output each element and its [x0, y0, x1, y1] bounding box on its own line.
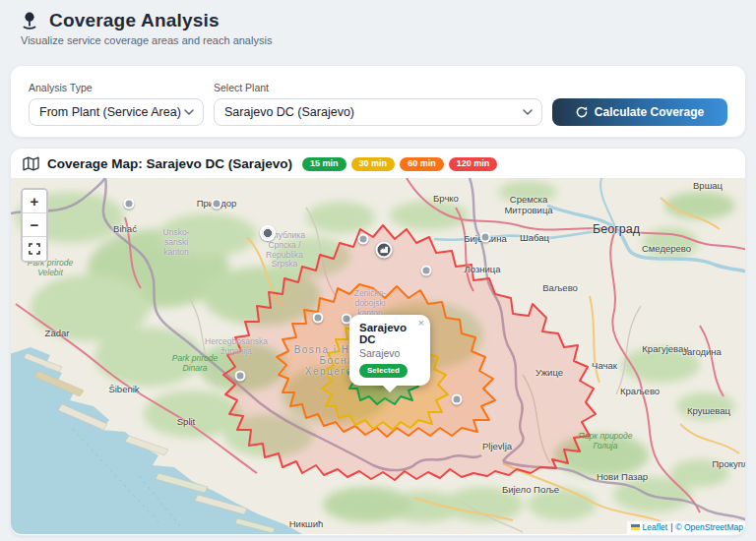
- legend: 15 min30 min60 min120 min: [302, 157, 497, 171]
- map-card: Coverage Map: Sarajevo DC (Sarajevo) 15 …: [10, 148, 746, 536]
- chevron-down-icon: [523, 109, 533, 115]
- select-plant-select[interactable]: Sarajevo DC (Sarajevo): [214, 98, 542, 126]
- analysis-type-select[interactable]: From Plant (Service Area): [29, 98, 204, 126]
- calculate-coverage-label: Calculate Coverage: [595, 105, 704, 119]
- fullscreen-button[interactable]: [23, 237, 46, 261]
- refresh-icon: [576, 106, 588, 118]
- select-plant-label: Select Plant: [214, 82, 542, 93]
- fullscreen-icon: [29, 243, 40, 255]
- map-title: Coverage Map: Sarajevo DC (Sarajevo): [47, 156, 292, 171]
- analysis-type-label: Analysis Type: [29, 82, 204, 93]
- select-plant-value: Sarajevo DC (Sarajevo): [224, 105, 354, 119]
- factory-icon: [380, 247, 388, 254]
- plant-popup: × Sarajevo DC Sarajevo Selected: [349, 315, 430, 386]
- page-subtitle: Visualize service coverage areas and rea…: [21, 34, 746, 46]
- osm-link[interactable]: © OpenStreetMap: [675, 522, 743, 532]
- time-badge: 120 min: [449, 157, 498, 171]
- small-marker[interactable]: [452, 394, 463, 405]
- map-icon: [23, 156, 39, 171]
- selected-badge: Selected: [359, 364, 408, 378]
- zoom-out-button[interactable]: −: [23, 213, 46, 237]
- time-badge: 30 min: [351, 157, 396, 171]
- small-marker[interactable]: [358, 234, 369, 245]
- small-marker[interactable]: [480, 232, 491, 243]
- zoom-in-button[interactable]: +: [23, 190, 46, 213]
- map-zoom-control: + −: [21, 188, 48, 263]
- filters-card: Analysis Type From Plant (Service Area) …: [10, 65, 746, 138]
- small-marker[interactable]: [421, 266, 432, 276]
- popup-close-button[interactable]: ×: [418, 318, 424, 329]
- analysis-type-value: From Plant (Service Area): [39, 105, 181, 119]
- ukraine-flag-icon: [631, 524, 640, 530]
- small-marker[interactable]: [212, 199, 222, 210]
- chevron-down-icon: [184, 109, 194, 115]
- hub-marker[interactable]: [260, 225, 276, 241]
- page-header: Coverage Analysis Visualize service cove…: [0, 0, 756, 46]
- small-marker[interactable]: [235, 371, 246, 382]
- map-title-row: Coverage Map: Sarajevo DC (Sarajevo) 15 …: [11, 149, 745, 178]
- small-marker[interactable]: [124, 199, 135, 210]
- page-title: Coverage Analysis: [49, 10, 220, 31]
- pin-icon: [20, 11, 39, 30]
- time-badge: 60 min: [400, 157, 444, 171]
- small-marker[interactable]: [313, 313, 324, 324]
- popup-title: Sarajevo DC: [359, 322, 421, 345]
- time-badge: 15 min: [302, 157, 346, 171]
- popup-subtitle: Sarajevo: [359, 347, 421, 359]
- calculate-coverage-button[interactable]: Calculate Coverage: [552, 98, 727, 126]
- map-canvas[interactable]: ПриједорBihaćUnsko- sanski kantonРепубли…: [11, 178, 746, 534]
- leaflet-link[interactable]: Leaflet: [643, 522, 668, 532]
- map-attribution: Leaflet | © OpenStreetMap: [627, 521, 746, 534]
- plant-marker[interactable]: [376, 242, 393, 259]
- coverage-analysis-page: Coverage Analysis Visualize service cove…: [0, 0, 756, 541]
